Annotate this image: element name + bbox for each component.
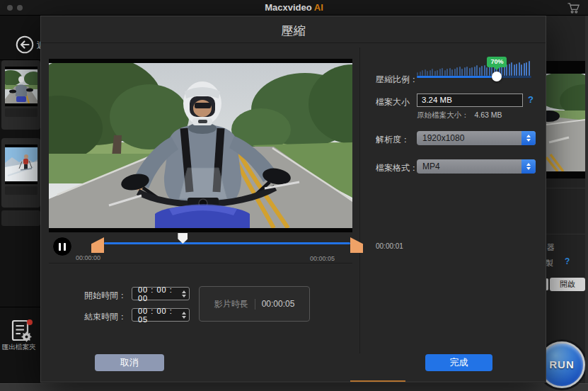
app-title: Macxvideo AI <box>0 2 588 13</box>
ratio-label: 壓縮比例： <box>376 74 418 86</box>
export-folder-icon[interactable] <box>8 319 37 346</box>
resolution-dropdown[interactable]: 1920x1080 <box>417 131 536 145</box>
original-size-line: 原始檔案大小： 4.63 MB <box>417 110 502 120</box>
back-button[interactable] <box>16 35 34 54</box>
settings-fragment-top: 器 <box>547 242 555 253</box>
slider-thumb[interactable] <box>492 72 502 81</box>
thumbnail-partial-card <box>1 210 40 226</box>
resolution-value: 1920x1080 <box>417 133 464 143</box>
pause-icon <box>59 243 61 251</box>
thumbnail-info-strip <box>5 108 38 117</box>
app-window: Macxvideo AI 返回 <box>0 0 588 391</box>
titlebar: Macxvideo AI <box>0 0 588 16</box>
slider-track[interactable] <box>417 76 531 78</box>
dropdown-chevrons-icon <box>521 131 536 145</box>
trim-start-time: 00:00:00 <box>76 254 100 261</box>
dialog-title: 壓縮 <box>41 23 546 39</box>
panel-divider <box>546 234 586 234</box>
cancel-button[interactable]: 取消 <box>95 354 164 371</box>
ski-thumb-image <box>5 144 38 184</box>
stepper-updown-icon[interactable] <box>182 290 186 298</box>
file-size-label: 檔案大小 <box>376 96 410 108</box>
resolution-label: 解析度： <box>376 134 410 146</box>
end-time-label: 結束時間： <box>84 311 127 323</box>
app-title-text: Macxvideo <box>265 2 311 13</box>
progress-accent-line <box>350 380 405 382</box>
dialog-header-divider <box>41 42 546 43</box>
file-size-input[interactable]: 3.24 MB <box>417 94 523 107</box>
slider-ticks <box>417 62 534 76</box>
bottom-bar <box>0 383 588 391</box>
trim-end-handle[interactable] <box>350 237 363 253</box>
panel-divider <box>546 188 586 188</box>
start-time-label: 開始時間： <box>84 290 127 302</box>
dropdown-chevrons-icon <box>521 159 536 174</box>
ratio-slider[interactable]: 70% <box>417 57 531 89</box>
format-value: MP4 <box>417 162 440 171</box>
video-thumbnail-ski[interactable] <box>1 138 40 208</box>
sidebar-divider <box>0 307 40 307</box>
compress-dialog: 壓縮 <box>40 16 546 382</box>
format-label: 檔案格式： <box>376 162 418 174</box>
start-time-stepper[interactable]: 00 : 00 : 00 <box>132 287 190 300</box>
ratio-tooltip: 70% <box>487 57 507 67</box>
thumbnail-info-strip <box>5 186 38 195</box>
open-toggle-button[interactable]: 開啟 <box>550 278 585 291</box>
duration-label: 影片時長 <box>214 298 248 310</box>
motorcycle-thumb-image <box>5 67 38 106</box>
done-button[interactable]: 完成 <box>425 354 492 371</box>
pause-button[interactable] <box>52 237 72 256</box>
end-time-stepper[interactable]: 00 : 00 : 05 <box>132 308 190 322</box>
duration-divider <box>255 299 255 310</box>
trim-end-time: 00:00:05 <box>310 255 335 262</box>
help-icon[interactable]: ? <box>528 94 534 105</box>
format-dropdown[interactable]: MP4 <box>417 159 536 174</box>
pause-icon <box>64 243 66 251</box>
trim-start-handle[interactable] <box>91 237 104 253</box>
cart-icon[interactable] <box>567 2 581 14</box>
export-folder-label: 匯出檔案夾 <box>2 343 36 352</box>
slider-fill <box>417 76 497 78</box>
original-size-value: 4.63 MB <box>474 110 502 119</box>
timeline-progress <box>104 242 350 244</box>
timeline-divider <box>49 263 352 264</box>
dialog-column-divider <box>359 47 360 353</box>
duration-value: 00:00:05 <box>262 299 295 309</box>
video-preview <box>49 59 352 232</box>
end-time-value: 00 : 00 : 05 <box>138 307 182 324</box>
help-icon[interactable]: ? <box>565 256 570 266</box>
timeline[interactable]: 00:00:00 00:00:05 00:00:01 <box>91 233 363 270</box>
start-time-value: 00 : 00 : 00 <box>138 285 182 302</box>
video-thumbnail-motorcycle[interactable] <box>1 60 40 130</box>
stepper-updown-icon[interactable] <box>182 312 186 319</box>
notification-dot <box>27 319 33 325</box>
window-edge <box>585 16 588 383</box>
current-time: 00:00:01 <box>376 242 403 250</box>
duration-box: 影片時長 00:00:05 <box>199 286 310 322</box>
original-size-label: 原始檔案大小： <box>417 110 469 119</box>
main-preview-fragment <box>546 61 586 178</box>
timeline-track[interactable] <box>104 233 350 253</box>
app-title-accent: AI <box>314 2 323 13</box>
